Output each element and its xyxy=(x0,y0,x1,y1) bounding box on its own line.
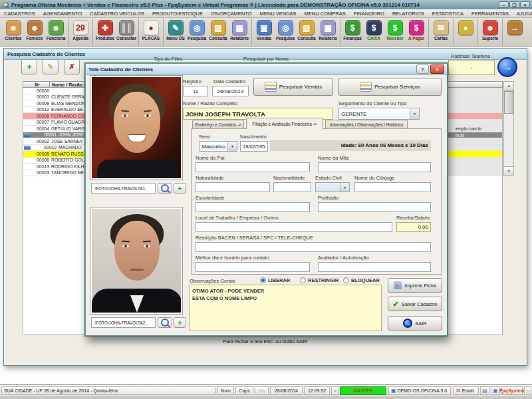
row-email: emplo.com.br xyxy=(456,126,481,132)
menu-item[interactable]: AGENDAMENTO xyxy=(39,11,86,17)
toolbar-button[interactable]: ☻ Fornece xyxy=(24,19,45,46)
mail-icon: ✉ xyxy=(456,387,461,394)
radio-restringir-label[interactable]: RESTRINGIR xyxy=(308,277,338,283)
toolbar-button[interactable]: 29 Agenda xyxy=(68,19,91,46)
radio-restringir[interactable] xyxy=(300,277,306,283)
menu-item[interactable]: RELATÓRIOS xyxy=(388,11,428,17)
taskbar-strip xyxy=(0,396,532,399)
toolbar-button[interactable]: ▤ Consulta xyxy=(296,19,317,46)
edit-record-button[interactable]: ✎ xyxy=(43,59,59,74)
dialog-close-button[interactable]: × xyxy=(430,65,444,74)
toolbar-button[interactable]: ▦ Relatório xyxy=(229,19,250,46)
obs-textarea[interactable]: OTIMO ATOR - PODE VENDER ESTA COM O NOME… xyxy=(189,285,382,331)
row-number: 00009 xyxy=(32,101,51,106)
toolbar-button[interactable]: ☻ Clientes xyxy=(3,19,24,46)
photo1-path-input[interactable] xyxy=(91,183,156,194)
registro-input[interactable] xyxy=(183,86,208,96)
seguimento-dropdown[interactable]: GERENTE ▼ xyxy=(338,108,420,120)
radio-bloquear[interactable] xyxy=(343,277,349,283)
menu-item[interactable]: AJUDA xyxy=(513,11,532,17)
menu-item[interactable]: ESTATISTICA xyxy=(428,11,467,17)
tab-informacoes[interactable]: Informações / Observações / Histórico xyxy=(325,120,408,129)
toolbar-button[interactable]: ● xyxy=(453,19,476,46)
toolbar-button[interactable]: $ A Pagar xyxy=(406,19,427,46)
toolbar-button[interactable]: ✎ Menu OS xyxy=(163,19,186,46)
data-cadastro-input[interactable] xyxy=(212,86,249,96)
status-date: 28/08/2014 xyxy=(270,386,303,395)
menu-item[interactable]: CADASTRO VEICULOS xyxy=(86,11,148,17)
pesquisar-servicos-button[interactable]: Pesquisar Serviços xyxy=(338,78,442,96)
radio-bloquear-label[interactable]: BLOQUEAR xyxy=(351,277,380,283)
photo2-zoom-button[interactable] xyxy=(158,317,172,328)
photo2-add-button[interactable]: + xyxy=(174,317,186,328)
phone-trace-input[interactable] xyxy=(448,60,495,75)
toolbar-label: Menu OS xyxy=(166,36,185,41)
photo2-path-input[interactable] xyxy=(91,317,156,328)
toolbar-label: Consultar xyxy=(116,36,136,41)
menu-item[interactable]: CADASTROS xyxy=(0,11,39,17)
app-logo-icon: ★ xyxy=(3,2,9,8)
row-number: 00013 xyxy=(32,164,51,169)
restore-button[interactable]: ❐ xyxy=(509,1,519,8)
toolbar-button[interactable]: ● PLACAS xyxy=(138,19,162,46)
toolbar-button[interactable]: ☻ Suporte xyxy=(477,19,501,46)
imprimir-ficha-button[interactable]: ☻ Imprimir Ficha xyxy=(388,278,442,293)
toolbar-button[interactable]: ▤ Consulta xyxy=(207,19,229,46)
toolbar-icon: ☻ xyxy=(27,20,43,35)
toolbar-button[interactable]: → xyxy=(502,19,525,46)
close-button[interactable]: × xyxy=(520,1,530,8)
toolbar-button[interactable]: ▦ Relatório xyxy=(317,19,338,46)
toolbar-button[interactable]: ☻ Funciona xyxy=(45,19,66,46)
add-record-button[interactable]: + xyxy=(21,59,37,74)
menu-item[interactable]: OS/ORÇAMENTO xyxy=(207,11,256,17)
photo1-add-button[interactable]: + xyxy=(174,183,186,194)
menu-item[interactable]: FINANCEIRO xyxy=(350,11,388,17)
toolbar-icon: $ xyxy=(345,20,360,35)
toolbar-button[interactable]: ▣ Vendas xyxy=(251,19,275,46)
tab-endereco[interactable]: Endereço e Contatos -> xyxy=(192,120,244,129)
menu-item[interactable]: MENU VENDAS xyxy=(256,11,301,17)
monitor-icon: ▣ xyxy=(391,387,396,394)
toolbar-button[interactable]: ◎ Pesquisa xyxy=(186,19,207,46)
toolbar-button[interactable]: ✚ Produtos xyxy=(92,19,116,46)
menu-item[interactable]: MENU COMPRAS xyxy=(301,11,350,17)
radio-liberar-label[interactable]: LIBERAR xyxy=(268,277,290,283)
sair-button[interactable]: → SAIR xyxy=(388,316,442,331)
salvar-cadastro-button[interactable]: ✔ Salvar Cadastro xyxy=(388,297,442,311)
status-email[interactable]: ✉ Email xyxy=(454,386,479,395)
plus-icon: + xyxy=(178,319,182,327)
toolbar-button[interactable]: $ CAIXA xyxy=(363,19,384,46)
plus-icon: + xyxy=(178,185,182,192)
toolbar-label: Pesquisa xyxy=(188,36,206,41)
scrollbar-thumb[interactable] xyxy=(504,91,513,114)
printer-icon[interactable]: ▤ xyxy=(480,386,489,395)
toolbar-button[interactable]: ║║ Consultar xyxy=(116,19,137,46)
toolbar-label: Vendas xyxy=(257,36,271,41)
minimize-button[interactable]: – xyxy=(499,1,509,8)
menu-item[interactable]: PRODUTO/ESTOQUE xyxy=(148,11,207,17)
delete-record-button[interactable]: ✗ xyxy=(64,59,80,74)
toolbar-button[interactable]: ✉ Cartas xyxy=(428,19,452,46)
column-header-number[interactable]: Nº xyxy=(23,81,50,88)
tab-filiacao[interactable]: Filiação e Avaliação Financeira -> xyxy=(246,118,323,129)
photo1-zoom-button[interactable] xyxy=(158,183,172,194)
row-number: 00001 xyxy=(32,94,51,99)
scroll-down-icon[interactable]: ▼ xyxy=(504,166,513,176)
radio-liberar[interactable] xyxy=(260,277,266,283)
go-search-button[interactable]: → xyxy=(497,57,517,77)
display-icon[interactable]: ▣ xyxy=(491,386,500,395)
menu-item[interactable]: FERRAMENTAS xyxy=(467,11,513,17)
toolbar-button[interactable]: $ Receber xyxy=(384,19,406,46)
row-number: 00006 xyxy=(32,114,51,118)
dialog-title: Tela Cadastro de Clientes xyxy=(88,66,153,72)
status-time: 12:09:52 xyxy=(304,386,330,395)
table-scrollbar[interactable]: ▲ ▼ xyxy=(503,81,514,176)
chevron-down-icon: ▼ xyxy=(410,108,419,119)
toolbar-icon: ▣ xyxy=(257,20,272,35)
toolbar-button[interactable]: $ Finanças xyxy=(340,19,363,46)
toolbar-button[interactable]: ◎ Pesquisa xyxy=(275,19,296,46)
scroll-up-icon[interactable]: ▲ xyxy=(504,82,513,91)
obs-label: Observações Gerais xyxy=(190,278,235,284)
pesquisar-vendas-button[interactable]: Pesquisar Vendas xyxy=(253,78,333,96)
help-button[interactable]: ? xyxy=(416,65,429,74)
